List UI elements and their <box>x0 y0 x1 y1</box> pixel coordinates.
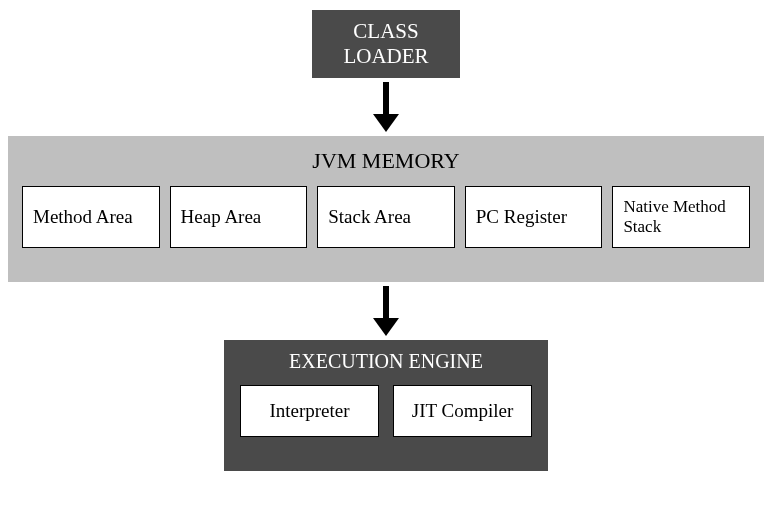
memory-boxes-row: Method Area Heap Area Stack Area PC Regi… <box>22 186 750 248</box>
memory-box-method-area: Method Area <box>22 186 160 248</box>
arrow-head-icon <box>373 114 399 132</box>
arrow-head-icon <box>373 318 399 336</box>
execution-engine-container: EXECUTION ENGINE Interpreter JIT Compile… <box>224 340 548 471</box>
jvm-memory-container: JVM MEMORY Method Area Heap Area Stack A… <box>8 136 764 282</box>
engine-box-interpreter: Interpreter <box>240 385 379 437</box>
arrow-line <box>383 82 389 114</box>
memory-box-stack-area: Stack Area <box>317 186 455 248</box>
class-loader-box: CLASS LOADER <box>312 10 460 78</box>
arrow-down-2 <box>373 286 399 336</box>
memory-box-heap-area: Heap Area <box>170 186 308 248</box>
arrow-line <box>383 286 389 318</box>
memory-box-pc-register: PC Register <box>465 186 603 248</box>
class-loader-line2: LOADER <box>343 44 428 69</box>
engine-box-jit-compiler: JIT Compiler <box>393 385 532 437</box>
class-loader-line1: CLASS <box>353 19 418 44</box>
arrow-down-1 <box>373 82 399 132</box>
engine-boxes-row: Interpreter JIT Compiler <box>240 385 532 437</box>
execution-engine-title: EXECUTION ENGINE <box>240 350 532 373</box>
jvm-memory-title: JVM MEMORY <box>22 148 750 174</box>
memory-box-native-method-stack: Native Method Stack <box>612 186 750 248</box>
